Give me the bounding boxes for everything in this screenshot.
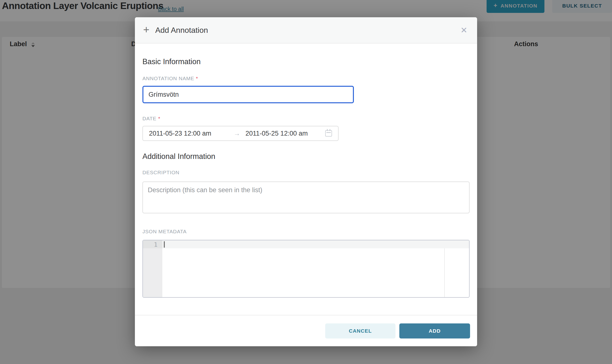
modal-header: + Add Annotation ✕ bbox=[135, 17, 477, 43]
add-annotation-modal: + Add Annotation ✕ Basic Information ANN… bbox=[135, 17, 477, 346]
date-range-picker[interactable]: 2011-05-23 12:00 am → 2011-05-25 12:00 a… bbox=[143, 126, 339, 141]
modal-body: Basic Information ANNOTATION NAME* DATE*… bbox=[135, 43, 477, 315]
add-button[interactable]: ADD bbox=[399, 324, 470, 338]
plus-icon: + bbox=[143, 24, 149, 36]
json-metadata-label: JSON METADATA bbox=[143, 228, 469, 235]
date-label: DATE* bbox=[143, 116, 469, 122]
required-marker: * bbox=[158, 116, 160, 121]
editor-gutter bbox=[143, 240, 162, 297]
annotation-name-label: ANNOTATION NAME* bbox=[143, 75, 469, 82]
modal-footer: CANCEL ADD bbox=[135, 315, 477, 346]
required-marker: * bbox=[196, 76, 198, 81]
json-metadata-editor[interactable]: 1 bbox=[143, 240, 469, 298]
description-label: DESCRIPTION bbox=[143, 169, 469, 176]
section-basic-information: Basic Information bbox=[143, 57, 469, 66]
editor-print-margin bbox=[444, 248, 445, 297]
annotation-name-input[interactable] bbox=[143, 86, 354, 103]
calendar-icon bbox=[325, 130, 332, 137]
close-icon[interactable]: ✕ bbox=[461, 25, 468, 35]
cancel-button[interactable]: CANCEL bbox=[325, 324, 395, 338]
text-cursor bbox=[164, 241, 165, 247]
section-additional-information: Additional Information bbox=[143, 152, 469, 161]
line-number: 1 bbox=[154, 241, 157, 248]
modal-title: Add Annotation bbox=[155, 26, 208, 35]
editor-active-line bbox=[143, 240, 469, 248]
date-end-value[interactable]: 2011-05-25 12:00 am bbox=[246, 130, 308, 137]
description-textarea[interactable] bbox=[143, 182, 469, 213]
date-start-value[interactable]: 2011-05-23 12:00 am bbox=[149, 130, 234, 137]
editor-gutter-active-cell: 1 bbox=[143, 240, 162, 248]
arrow-right-icon: → bbox=[234, 130, 240, 137]
